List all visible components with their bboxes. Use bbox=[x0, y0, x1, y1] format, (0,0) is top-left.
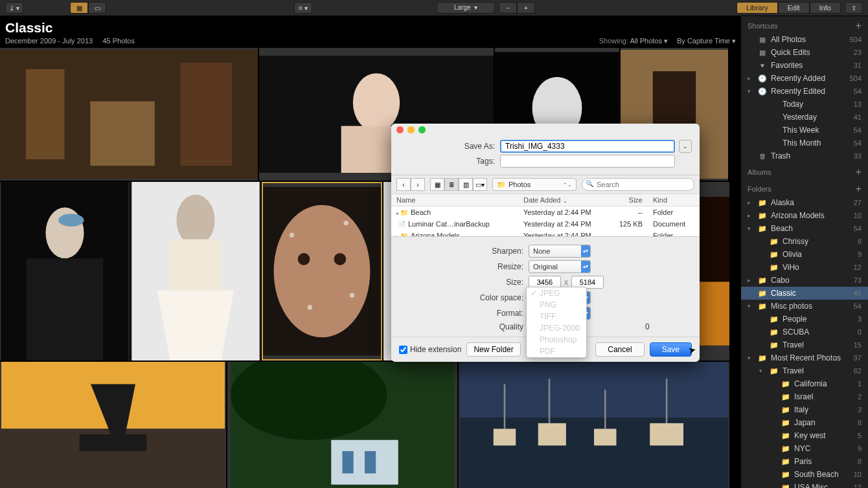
view-gallery-button[interactable]: ▭▾ bbox=[473, 178, 487, 191]
tab-info[interactable]: Info bbox=[810, 2, 841, 14]
sidebar-folder-item[interactable]: 📁Paris8 bbox=[741, 455, 868, 468]
zoom-select[interactable]: Large ▾ bbox=[437, 2, 495, 14]
sidebar-folder-item[interactable]: 📁Italy3 bbox=[741, 403, 868, 416]
sidebar-folder-item[interactable]: 📁California1 bbox=[741, 377, 868, 390]
sidebar-folder-item[interactable]: 📁Chrissy8 bbox=[741, 235, 868, 248]
section-albums: Albums + bbox=[741, 162, 868, 179]
svg-point-22 bbox=[274, 205, 371, 338]
file-row[interactable]: ▸📁BeachYesterday at 2:44 PM--Folder bbox=[391, 206, 700, 218]
view-list-button[interactable]: ≣ bbox=[444, 178, 459, 191]
saveas-input[interactable] bbox=[500, 140, 675, 153]
tab-edit[interactable]: Edit bbox=[778, 2, 810, 14]
album-daterange: December 2009 - July 2013 bbox=[5, 37, 93, 45]
format-option[interactable]: TIFF bbox=[527, 311, 586, 322]
format-option[interactable]: JPEG bbox=[527, 287, 586, 299]
format-option[interactable]: PNG bbox=[527, 299, 586, 311]
sidebar-item[interactable]: This Month54 bbox=[741, 137, 868, 150]
photo-thumb[interactable] bbox=[227, 362, 457, 488]
zoom-icon[interactable] bbox=[418, 126, 426, 133]
sidebar-item[interactable]: Today13 bbox=[741, 98, 868, 111]
svg-point-28 bbox=[350, 293, 354, 297]
expand-collapse-button[interactable]: ⌄ bbox=[679, 140, 692, 153]
finder-search-input[interactable] bbox=[582, 178, 694, 191]
svg-rect-42 bbox=[460, 417, 728, 488]
album-count: 45 Photos bbox=[102, 37, 135, 45]
cancel-button[interactable]: Cancel bbox=[595, 342, 644, 357]
sidebar-item[interactable]: Yesterday41 bbox=[741, 111, 868, 124]
svg-rect-46 bbox=[650, 423, 683, 446]
sidebar-folder-item[interactable]: 📁USA Misc12 bbox=[741, 481, 868, 488]
panel-tabs: Library Edit Info bbox=[737, 2, 841, 14]
view-icons-button[interactable]: ▦ bbox=[430, 178, 444, 191]
minimize-icon[interactable] bbox=[407, 126, 415, 133]
new-folder-button[interactable]: New Folder bbox=[466, 342, 520, 357]
resize-select[interactable]: Original▴▾ bbox=[529, 260, 591, 273]
sidebar-item[interactable]: ▸🕘Recently Added504 bbox=[741, 72, 868, 85]
tab-library[interactable]: Library bbox=[737, 2, 778, 14]
close-icon[interactable] bbox=[396, 126, 404, 133]
tags-input[interactable] bbox=[500, 155, 675, 168]
sidebar-item[interactable]: ▾🕘Recently Edited54 bbox=[741, 85, 868, 98]
sidebar-folder-item[interactable]: ▸📁Arizona Models10 bbox=[741, 209, 868, 222]
photo-thumb[interactable] bbox=[0, 182, 130, 360]
photo-thumb[interactable] bbox=[131, 182, 260, 360]
sidebar-item[interactable]: 🗑Trash33 bbox=[741, 150, 868, 162]
zoom-out-button[interactable]: − bbox=[499, 2, 517, 14]
hide-extension-checkbox[interactable]: Hide extension bbox=[399, 345, 461, 354]
photo-thumb-selected[interactable] bbox=[262, 182, 382, 360]
zoom-in-button[interactable]: + bbox=[517, 2, 535, 14]
nav-back-button[interactable]: ‹ bbox=[396, 178, 411, 191]
sidebar-item[interactable]: This Week54 bbox=[741, 124, 868, 137]
svg-point-26 bbox=[343, 221, 348, 225]
file-header[interactable]: Name Date Added ⌄ Size Kind bbox=[391, 194, 700, 206]
sidebar-folder-item[interactable]: 📁People3 bbox=[741, 313, 868, 326]
format-option[interactable]: JPEG-2000 bbox=[527, 322, 586, 334]
sort-by[interactable]: By Capture Time ▾ bbox=[677, 37, 736, 45]
sidebar-folder-item[interactable]: 📁Japan8 bbox=[741, 416, 868, 429]
sidebar-item[interactable]: ♥Favorites31 bbox=[741, 59, 868, 72]
sidebar-folder-item[interactable]: ▾📁Beach54 bbox=[741, 222, 868, 235]
sidebar-folder-item[interactable]: ▾📁Most Recent Photos97 bbox=[741, 351, 868, 364]
sidebar-folder-item[interactable]: 📁Olivia9 bbox=[741, 248, 868, 261]
sharpen-select[interactable]: None▴▾ bbox=[529, 245, 591, 258]
location-select[interactable]: 📁Photos⌃⌄ bbox=[492, 178, 577, 191]
file-row[interactable]: 📄Luminar Cat…inarBackupYesterday at 2:44… bbox=[391, 218, 700, 230]
view-columns-button[interactable]: ▥ bbox=[459, 178, 473, 191]
photo-thumb[interactable] bbox=[0, 48, 258, 181]
sidebar-folder-item[interactable]: 📁ViHo12 bbox=[741, 261, 868, 274]
top-toolbar: ⤓ ▾ ▦ ▭ ≡ ▾ Large ▾ − + Library Edit Inf… bbox=[0, 0, 868, 16]
photo-thumb[interactable] bbox=[459, 362, 729, 488]
sidebar-folder-item[interactable]: ▾📁Misc photos54 bbox=[741, 300, 868, 313]
view-grid-button[interactable]: ▦ bbox=[70, 2, 88, 14]
file-list[interactable]: ▸📁BeachYesterday at 2:44 PM--Folder📄Lumi… bbox=[391, 206, 700, 236]
save-button[interactable]: Save bbox=[650, 342, 692, 357]
sidebar-folder-item[interactable]: 📁SCUBA0 bbox=[741, 326, 868, 338]
sidebar-item[interactable]: ▦All Photos504 bbox=[741, 33, 868, 46]
svg-rect-44 bbox=[538, 423, 566, 446]
format-option[interactable]: PDF bbox=[527, 346, 586, 357]
sidebar-folder-item[interactable]: 📁Israel2 bbox=[741, 390, 868, 403]
sidebar-folder-item[interactable]: ▸📁Alaska27 bbox=[741, 196, 868, 209]
filter-showing[interactable]: All Photos ▾ bbox=[630, 37, 668, 45]
view-single-button[interactable]: ▭ bbox=[88, 2, 106, 14]
sidebar-folder-item[interactable]: 📁Key west5 bbox=[741, 429, 868, 442]
sidebar-folder-item[interactable]: 📁South Beach10 bbox=[741, 468, 868, 481]
export-menu-button[interactable]: ⤓ ▾ bbox=[5, 2, 23, 14]
sidebar-folder-item[interactable]: 📁NYC9 bbox=[741, 442, 868, 455]
add-album-button[interactable]: + bbox=[856, 166, 862, 178]
sidebar-folder-item[interactable]: ▾📁Travel62 bbox=[741, 364, 868, 377]
sidebar-folder-item[interactable]: 📁Classic45 bbox=[741, 287, 868, 300]
sort-menu-button[interactable]: ≡ ▾ bbox=[294, 2, 312, 14]
sidebar-folder-item[interactable]: 📁Travel15 bbox=[741, 338, 868, 351]
share-button[interactable]: ⇪ bbox=[845, 2, 863, 14]
add-shortcut-button[interactable]: + bbox=[856, 20, 862, 32]
format-option[interactable]: Photoshop bbox=[527, 334, 586, 346]
add-folder-button[interactable]: + bbox=[856, 183, 862, 195]
file-row[interactable]: ▸📁Arizona ModelsYesterday at 2:44 PM--Fo… bbox=[391, 230, 700, 236]
nav-fwd-button[interactable]: › bbox=[411, 178, 425, 191]
tags-label: Tags: bbox=[399, 157, 500, 166]
photo-thumb[interactable] bbox=[0, 362, 226, 488]
sidebar-folder-item[interactable]: ▸📁Cabo73 bbox=[741, 274, 868, 287]
saveas-label: Save As: bbox=[399, 142, 500, 151]
sidebar-item[interactable]: ▦Quick Edits23 bbox=[741, 46, 868, 59]
